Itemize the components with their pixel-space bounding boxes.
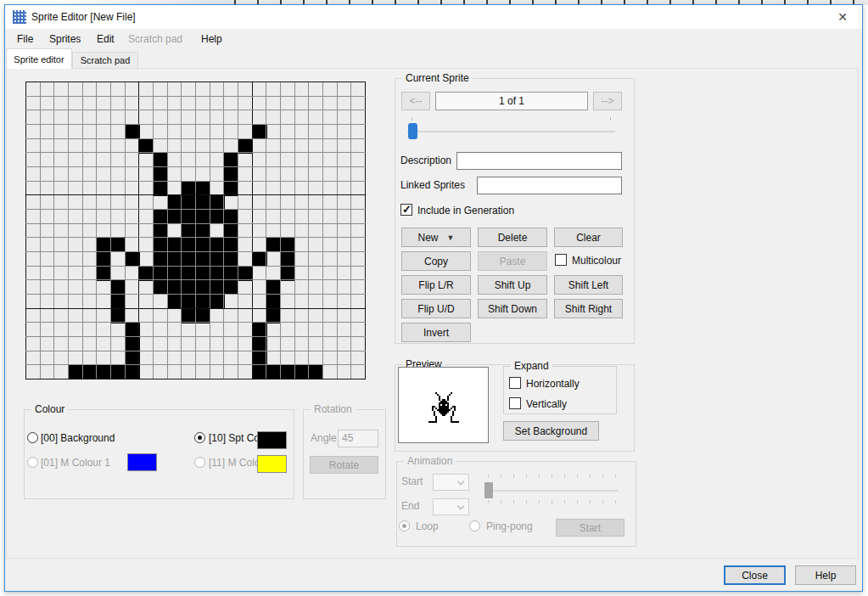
dropdown-arrow-icon[interactable]: ▼ xyxy=(447,233,455,242)
paste-button: Paste xyxy=(478,251,547,271)
delete-button[interactable]: Delete xyxy=(478,228,547,247)
radio-m-colour-1 xyxy=(27,457,38,468)
sprite-slider-thumb[interactable] xyxy=(408,123,417,139)
titlebar[interactable]: Sprite Editor [New File] ✕ xyxy=(5,5,862,29)
animation-slider-ticks xyxy=(488,500,617,503)
sprite-editor-window: Sprite Editor [New File] ✕ File Sprites … xyxy=(4,4,863,592)
current-sprite-group-title: Current Sprite xyxy=(402,72,473,84)
next-sprite-button[interactable]: --> xyxy=(593,92,622,110)
multicolour-checkbox[interactable] xyxy=(555,254,567,266)
rotation-group-title: Rotation xyxy=(311,403,356,415)
radio-m-colour-1-label: [01] M Colour 1 xyxy=(41,457,110,469)
radio-m-colour-2 xyxy=(194,457,205,468)
animation-end-label: End xyxy=(401,500,419,512)
animation-slider-thumb xyxy=(484,482,493,498)
copy-button[interactable]: Copy xyxy=(401,251,471,271)
m-colour-1-swatch[interactable] xyxy=(127,453,157,471)
slider-tick xyxy=(610,117,611,121)
new-button[interactable]: New ▼ xyxy=(401,228,471,247)
radio-background-colour[interactable] xyxy=(27,432,38,443)
chevron-down-icon xyxy=(457,478,464,485)
chevron-down-icon xyxy=(457,503,464,509)
set-background-button[interactable]: Set Background xyxy=(503,421,599,441)
expand-vertically-label[interactable]: Vertically xyxy=(526,398,567,410)
multicolour-label[interactable]: Multicolour xyxy=(572,255,621,267)
animation-group: Animation Start End Loop Ping-po xyxy=(396,461,636,547)
sprite-position-display: 1 of 1 xyxy=(435,92,588,110)
flip-lr-button[interactable]: Flip L/R xyxy=(401,275,471,295)
linked-sprites-input[interactable] xyxy=(477,177,622,194)
sprite-slider-track[interactable] xyxy=(407,131,615,132)
ping-pong-radio xyxy=(469,520,480,531)
include-in-generation-label[interactable]: Include in Generation xyxy=(417,205,514,216)
animation-start-label: Start xyxy=(401,475,423,487)
expand-group: Expand Horizontally Vertically xyxy=(503,366,617,414)
shift-right-button[interactable]: Shift Right xyxy=(554,299,623,318)
animation-slider-track xyxy=(485,490,618,492)
colour-group: Colour [00] Background [10] Spt Colour [… xyxy=(24,409,294,499)
rotation-group: Rotation Angle 45 Rotate xyxy=(303,409,386,499)
animation-start-button: Start xyxy=(556,519,624,537)
menu-file[interactable]: File xyxy=(17,33,33,45)
menu-sprites[interactable]: Sprites xyxy=(49,33,81,45)
menu-scratch-pad: Scratch pad xyxy=(128,33,182,45)
tab-scratch-pad[interactable]: Scratch pad xyxy=(72,52,138,68)
sprite-pixel-grid[interactable] xyxy=(25,82,366,380)
expand-horizontally-label[interactable]: Horizontally xyxy=(526,378,580,390)
sprite-preview-box xyxy=(398,367,489,443)
preview-group: Preview Expand Horizontally Vertically S… xyxy=(395,364,635,452)
current-sprite-group: Current Sprite <-- 1 of 1 --> Descriptio… xyxy=(395,78,635,344)
expand-horizontally-checkbox[interactable] xyxy=(509,377,521,389)
animation-start-dropdown xyxy=(433,474,469,491)
sprite-editor-tab-page: Colour [00] Background [10] Spt Colour [… xyxy=(6,68,859,559)
angle-label: Angle xyxy=(311,432,337,444)
radio-sprite-colour[interactable] xyxy=(194,432,205,443)
loop-radio xyxy=(399,520,410,531)
expand-group-title: Expand xyxy=(511,360,552,372)
radio-background-label[interactable]: [00] Background xyxy=(41,432,115,444)
rotate-button: Rotate xyxy=(310,456,378,474)
menu-bar: File Sprites Edit Scratch pad Help xyxy=(5,29,862,49)
m-colour-2-swatch[interactable] xyxy=(257,455,287,473)
slider-tick xyxy=(412,117,412,121)
invert-button[interactable]: Invert xyxy=(401,323,471,342)
sprite-colour-swatch[interactable] xyxy=(257,431,287,449)
ping-pong-label: Ping-pong xyxy=(486,520,533,532)
sprite-preview xyxy=(423,387,464,423)
menu-edit[interactable]: Edit xyxy=(97,33,115,45)
colour-group-title: Colour xyxy=(31,403,68,415)
flip-ud-button[interactable]: Flip U/D xyxy=(401,299,471,318)
linked-sprites-label: Linked Sprites xyxy=(400,179,465,191)
close-icon[interactable]: ✕ xyxy=(830,7,855,27)
angle-input[interactable]: 45 xyxy=(338,430,378,447)
shift-left-button[interactable]: Shift Left xyxy=(554,275,623,295)
help-button[interactable]: Help xyxy=(795,565,856,585)
animation-end-dropdown xyxy=(433,498,469,515)
tab-sprite-editor[interactable]: Sprite editor xyxy=(6,48,72,69)
shift-up-button[interactable]: Shift Up xyxy=(478,275,547,295)
app-icon xyxy=(13,10,26,24)
menu-help[interactable]: Help xyxy=(201,33,222,45)
animation-group-title: Animation xyxy=(404,455,456,467)
animation-slider-ticks xyxy=(488,475,617,478)
shift-down-button[interactable]: Shift Down xyxy=(478,299,547,318)
clear-button[interactable]: Clear xyxy=(554,228,623,247)
desktop-background: Sprite Editor [New File] ✕ File Sprites … xyxy=(0,0,868,596)
window-title: Sprite Editor [New File] xyxy=(31,11,136,23)
prev-sprite-button[interactable]: <-- xyxy=(401,92,430,110)
include-in-generation-checkbox[interactable] xyxy=(400,204,412,216)
new-button-label: New xyxy=(418,232,439,244)
loop-label: Loop xyxy=(416,520,439,532)
close-button[interactable]: Close xyxy=(724,565,786,585)
description-label: Description xyxy=(400,155,451,166)
description-input[interactable] xyxy=(456,152,622,170)
expand-vertically-checkbox[interactable] xyxy=(509,397,521,409)
